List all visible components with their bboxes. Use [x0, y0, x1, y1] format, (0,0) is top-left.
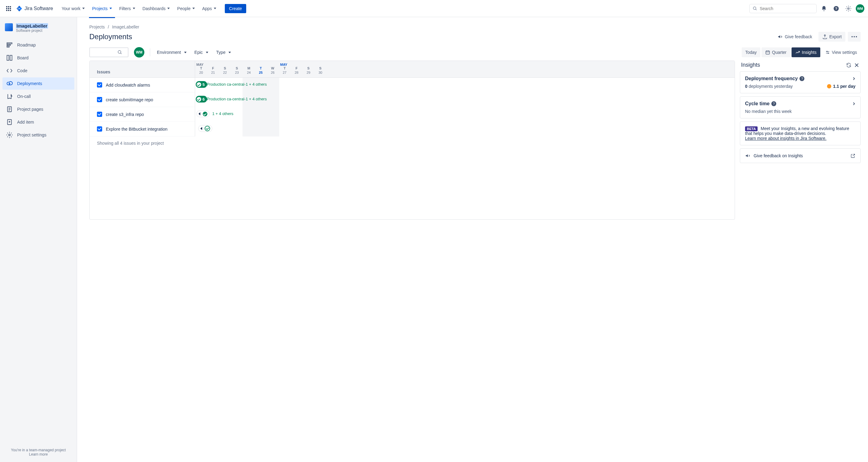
task-icon: [97, 82, 102, 88]
settings-icon[interactable]: [843, 4, 853, 13]
notifications-icon[interactable]: [819, 4, 829, 13]
card-title: Deployment frequency: [745, 76, 798, 82]
svg-point-10: [11, 95, 11, 95]
sidebar-item-on-call[interactable]: On-call: [2, 90, 74, 102]
svg-line-1: [755, 9, 756, 10]
feedback-label: Give feedback: [785, 34, 812, 39]
project-header[interactable]: ImageLabeller Software project: [2, 23, 74, 39]
sidebar-item-add-item[interactable]: Add item: [2, 116, 74, 128]
card-title: Cycle time: [745, 101, 770, 106]
type-filter[interactable]: Type: [215, 48, 232, 57]
side-icon: [6, 131, 13, 138]
search-field[interactable]: [760, 6, 813, 11]
profile-avatar[interactable]: WM: [856, 4, 864, 13]
deployment-pill[interactable]: 6: [196, 96, 207, 102]
divider: [150, 48, 150, 56]
nav-apps[interactable]: Apps: [199, 4, 219, 13]
deploy-rate: 1.1 per day: [833, 84, 856, 89]
issue-row[interactable]: Explore the Bitbucket integration: [90, 122, 195, 136]
issue-row[interactable]: Add cloudwatch alarms: [90, 78, 195, 92]
task-icon: [97, 126, 102, 131]
project-icon: [5, 23, 13, 31]
day-column: F21: [207, 66, 219, 76]
sidebar-item-roadmap[interactable]: Roadmap: [2, 39, 74, 51]
give-feedback-button[interactable]: Give feedback: [774, 32, 816, 41]
more-icon: [851, 36, 857, 37]
breadcrumb-project[interactable]: ImageLabeller: [112, 25, 139, 29]
deployments-board: Issues MAY MAY T20F21S22S23M24T25W26T27F…: [89, 61, 735, 220]
nav-people[interactable]: People: [174, 4, 198, 13]
beta-link[interactable]: Learn more about insights in Jira Softwa…: [745, 136, 827, 141]
today-button[interactable]: Today: [742, 48, 760, 57]
megaphone-icon: [777, 34, 783, 39]
create-button[interactable]: Create: [225, 4, 246, 13]
chevron-right-icon: [852, 102, 856, 105]
epic-filter[interactable]: Epic: [193, 48, 210, 57]
environment-filter[interactable]: Environment: [156, 48, 188, 57]
export-button[interactable]: Export: [818, 32, 845, 41]
day-column: S30: [314, 66, 326, 76]
deployment-pill[interactable]: [196, 111, 210, 117]
side-icon: [6, 106, 13, 113]
filter-search[interactable]: [89, 48, 128, 57]
day-column: S22: [219, 66, 231, 76]
search-input[interactable]: [749, 4, 817, 13]
sidebar-item-project-pages[interactable]: Project pages: [2, 103, 74, 115]
page-title: Deployments: [89, 32, 132, 41]
day-column: M24: [243, 66, 255, 76]
deployment-pill[interactable]: 5: [196, 81, 207, 88]
user-filter-avatar[interactable]: WM: [134, 47, 144, 58]
quarter-button[interactable]: Quarter: [762, 48, 790, 57]
nav-projects[interactable]: Projects: [89, 4, 115, 13]
nav-dashboards[interactable]: Dashboards: [140, 4, 173, 13]
project-type: Software project: [16, 28, 48, 33]
refresh-icon[interactable]: [846, 62, 851, 68]
issues-header: Issues: [90, 61, 195, 78]
svg-point-23: [118, 51, 121, 53]
learn-more-link[interactable]: Learn more: [29, 452, 48, 457]
view-settings-button[interactable]: View settings: [822, 48, 861, 57]
month-label-current: MAY: [280, 63, 326, 66]
help-icon[interactable]: ?: [831, 4, 841, 13]
help-icon[interactable]: ?: [800, 76, 804, 81]
day-column: T20: [195, 66, 207, 76]
close-icon[interactable]: [854, 62, 860, 68]
chart-icon: [795, 50, 800, 55]
check-icon: [203, 112, 207, 116]
beta-info-card: BETA Meet your Insights, a new and evolv…: [740, 121, 861, 145]
nav-your-work[interactable]: Your work: [58, 4, 88, 13]
jira-logo[interactable]: Jira Software: [16, 5, 53, 12]
svg-text:?: ?: [835, 6, 837, 10]
sidebar-item-code[interactable]: Code: [2, 65, 74, 77]
side-icon: [6, 41, 13, 48]
sidebar-item-board[interactable]: Board: [2, 52, 74, 64]
side-icon: [6, 80, 13, 87]
svg-line-24: [121, 53, 121, 54]
beta-badge: BETA: [745, 126, 757, 131]
chevron-left-icon: [200, 127, 202, 130]
breadcrumb-projects[interactable]: Projects: [89, 25, 105, 29]
feedback-text: Give feedback on Insights: [754, 153, 803, 158]
cycle-time-card[interactable]: Cycle time ? No median yet this week: [740, 96, 861, 118]
sidebar-item-deployments[interactable]: Deployments: [2, 78, 74, 90]
insights-button[interactable]: Insights: [792, 48, 820, 57]
product-name: Jira Software: [25, 6, 53, 11]
app-switcher-icon[interactable]: [4, 4, 13, 13]
insights-feedback-card[interactable]: Give feedback on Insights: [740, 148, 861, 163]
search-icon: [118, 50, 122, 55]
deployment-pill[interactable]: [198, 125, 212, 132]
svg-rect-25: [766, 51, 770, 54]
sidebar-footer: You're in a team-managed project Learn m…: [2, 445, 74, 460]
issue-row[interactable]: create s3_infra repo: [90, 107, 195, 122]
sidebar-item-project-settings[interactable]: Project settings: [2, 129, 74, 141]
svg-point-4: [848, 8, 849, 9]
more-actions-button[interactable]: [848, 32, 861, 41]
filter-search-input[interactable]: [93, 50, 118, 55]
controls-bar: WM Environment Epic Type Today Quarter I…: [89, 47, 861, 58]
help-icon[interactable]: ?: [771, 101, 776, 106]
issue-row[interactable]: create submitImage repo: [90, 92, 195, 107]
deployment-frequency-card[interactable]: Deployment frequency ? 0 deployments yes…: [740, 71, 861, 93]
megaphone-icon: [745, 153, 750, 158]
timeline-row: [195, 122, 735, 136]
nav-filters[interactable]: Filters: [116, 4, 138, 13]
